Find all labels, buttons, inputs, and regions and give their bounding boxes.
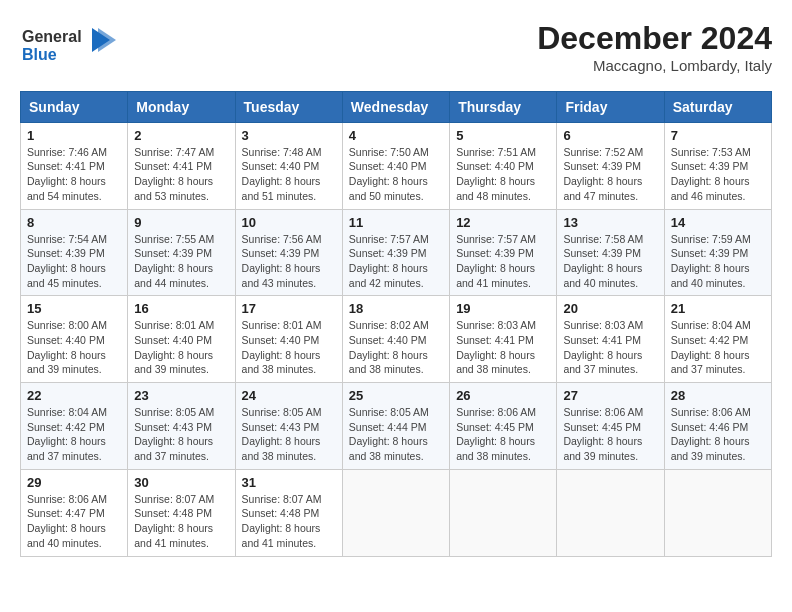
day-number: 20	[563, 301, 657, 316]
day-info: Sunrise: 7:59 AMSunset: 4:39 PMDaylight:…	[671, 232, 765, 291]
day-info: Sunrise: 8:00 AMSunset: 4:40 PMDaylight:…	[27, 318, 121, 377]
col-saturday: Saturday	[664, 91, 771, 122]
calendar-week-row: 8Sunrise: 7:54 AMSunset: 4:39 PMDaylight…	[21, 209, 772, 296]
table-row: 10Sunrise: 7:56 AMSunset: 4:39 PMDayligh…	[235, 209, 342, 296]
day-number: 11	[349, 215, 443, 230]
day-info: Sunrise: 8:01 AMSunset: 4:40 PMDaylight:…	[242, 318, 336, 377]
table-row: 4Sunrise: 7:50 AMSunset: 4:40 PMDaylight…	[342, 122, 449, 209]
day-number: 16	[134, 301, 228, 316]
day-info: Sunrise: 7:57 AMSunset: 4:39 PMDaylight:…	[456, 232, 550, 291]
day-info: Sunrise: 8:06 AMSunset: 4:47 PMDaylight:…	[27, 492, 121, 551]
table-row: 25Sunrise: 8:05 AMSunset: 4:44 PMDayligh…	[342, 383, 449, 470]
calendar-week-row: 15Sunrise: 8:00 AMSunset: 4:40 PMDayligh…	[21, 296, 772, 383]
table-row: 1Sunrise: 7:46 AMSunset: 4:41 PMDaylight…	[21, 122, 128, 209]
day-info: Sunrise: 7:51 AMSunset: 4:40 PMDaylight:…	[456, 145, 550, 204]
day-info: Sunrise: 7:55 AMSunset: 4:39 PMDaylight:…	[134, 232, 228, 291]
table-row: 17Sunrise: 8:01 AMSunset: 4:40 PMDayligh…	[235, 296, 342, 383]
table-row	[557, 469, 664, 556]
day-number: 23	[134, 388, 228, 403]
day-number: 28	[671, 388, 765, 403]
day-number: 21	[671, 301, 765, 316]
day-number: 15	[27, 301, 121, 316]
day-info: Sunrise: 7:50 AMSunset: 4:40 PMDaylight:…	[349, 145, 443, 204]
day-number: 17	[242, 301, 336, 316]
day-number: 4	[349, 128, 443, 143]
day-info: Sunrise: 8:07 AMSunset: 4:48 PMDaylight:…	[242, 492, 336, 551]
col-thursday: Thursday	[450, 91, 557, 122]
day-number: 1	[27, 128, 121, 143]
day-number: 5	[456, 128, 550, 143]
day-info: Sunrise: 8:01 AMSunset: 4:40 PMDaylight:…	[134, 318, 228, 377]
day-info: Sunrise: 7:54 AMSunset: 4:39 PMDaylight:…	[27, 232, 121, 291]
table-row: 31Sunrise: 8:07 AMSunset: 4:48 PMDayligh…	[235, 469, 342, 556]
table-row: 18Sunrise: 8:02 AMSunset: 4:40 PMDayligh…	[342, 296, 449, 383]
table-row: 29Sunrise: 8:06 AMSunset: 4:47 PMDayligh…	[21, 469, 128, 556]
table-row: 9Sunrise: 7:55 AMSunset: 4:39 PMDaylight…	[128, 209, 235, 296]
table-row: 12Sunrise: 7:57 AMSunset: 4:39 PMDayligh…	[450, 209, 557, 296]
day-number: 6	[563, 128, 657, 143]
day-info: Sunrise: 8:02 AMSunset: 4:40 PMDaylight:…	[349, 318, 443, 377]
table-row: 20Sunrise: 8:03 AMSunset: 4:41 PMDayligh…	[557, 296, 664, 383]
table-row	[664, 469, 771, 556]
day-number: 18	[349, 301, 443, 316]
table-row	[450, 469, 557, 556]
day-number: 24	[242, 388, 336, 403]
table-row	[342, 469, 449, 556]
table-row: 8Sunrise: 7:54 AMSunset: 4:39 PMDaylight…	[21, 209, 128, 296]
calendar-week-row: 29Sunrise: 8:06 AMSunset: 4:47 PMDayligh…	[21, 469, 772, 556]
day-number: 22	[27, 388, 121, 403]
svg-text:Blue: Blue	[22, 46, 57, 63]
table-row: 14Sunrise: 7:59 AMSunset: 4:39 PMDayligh…	[664, 209, 771, 296]
day-info: Sunrise: 8:06 AMSunset: 4:45 PMDaylight:…	[456, 405, 550, 464]
table-row: 28Sunrise: 8:06 AMSunset: 4:46 PMDayligh…	[664, 383, 771, 470]
location: Maccagno, Lombardy, Italy	[537, 57, 772, 74]
table-row: 24Sunrise: 8:05 AMSunset: 4:43 PMDayligh…	[235, 383, 342, 470]
table-row: 6Sunrise: 7:52 AMSunset: 4:39 PMDaylight…	[557, 122, 664, 209]
day-number: 7	[671, 128, 765, 143]
col-friday: Friday	[557, 91, 664, 122]
day-info: Sunrise: 7:52 AMSunset: 4:39 PMDaylight:…	[563, 145, 657, 204]
col-monday: Monday	[128, 91, 235, 122]
day-number: 8	[27, 215, 121, 230]
day-info: Sunrise: 8:06 AMSunset: 4:45 PMDaylight:…	[563, 405, 657, 464]
day-number: 2	[134, 128, 228, 143]
table-row: 19Sunrise: 8:03 AMSunset: 4:41 PMDayligh…	[450, 296, 557, 383]
day-info: Sunrise: 7:58 AMSunset: 4:39 PMDaylight:…	[563, 232, 657, 291]
day-info: Sunrise: 7:56 AMSunset: 4:39 PMDaylight:…	[242, 232, 336, 291]
day-info: Sunrise: 7:53 AMSunset: 4:39 PMDaylight:…	[671, 145, 765, 204]
col-sunday: Sunday	[21, 91, 128, 122]
day-info: Sunrise: 8:04 AMSunset: 4:42 PMDaylight:…	[27, 405, 121, 464]
month-title: December 2024	[537, 20, 772, 57]
table-row: 7Sunrise: 7:53 AMSunset: 4:39 PMDaylight…	[664, 122, 771, 209]
calendar-header-row: Sunday Monday Tuesday Wednesday Thursday…	[21, 91, 772, 122]
calendar-table: Sunday Monday Tuesday Wednesday Thursday…	[20, 91, 772, 557]
table-row: 2Sunrise: 7:47 AMSunset: 4:41 PMDaylight…	[128, 122, 235, 209]
col-tuesday: Tuesday	[235, 91, 342, 122]
day-info: Sunrise: 7:48 AMSunset: 4:40 PMDaylight:…	[242, 145, 336, 204]
col-wednesday: Wednesday	[342, 91, 449, 122]
day-number: 13	[563, 215, 657, 230]
day-number: 26	[456, 388, 550, 403]
table-row: 26Sunrise: 8:06 AMSunset: 4:45 PMDayligh…	[450, 383, 557, 470]
day-info: Sunrise: 8:07 AMSunset: 4:48 PMDaylight:…	[134, 492, 228, 551]
title-block: December 2024 Maccagno, Lombardy, Italy	[537, 20, 772, 74]
logo: General Blue	[20, 20, 120, 75]
day-info: Sunrise: 8:03 AMSunset: 4:41 PMDaylight:…	[456, 318, 550, 377]
day-number: 27	[563, 388, 657, 403]
day-number: 14	[671, 215, 765, 230]
svg-marker-3	[98, 28, 116, 52]
table-row: 21Sunrise: 8:04 AMSunset: 4:42 PMDayligh…	[664, 296, 771, 383]
page-header: General Blue December 2024 Maccagno, Lom…	[20, 20, 772, 75]
day-info: Sunrise: 7:57 AMSunset: 4:39 PMDaylight:…	[349, 232, 443, 291]
calendar-week-row: 1Sunrise: 7:46 AMSunset: 4:41 PMDaylight…	[21, 122, 772, 209]
day-number: 25	[349, 388, 443, 403]
day-info: Sunrise: 8:03 AMSunset: 4:41 PMDaylight:…	[563, 318, 657, 377]
day-info: Sunrise: 7:47 AMSunset: 4:41 PMDaylight:…	[134, 145, 228, 204]
table-row: 3Sunrise: 7:48 AMSunset: 4:40 PMDaylight…	[235, 122, 342, 209]
day-info: Sunrise: 8:05 AMSunset: 4:43 PMDaylight:…	[242, 405, 336, 464]
day-number: 10	[242, 215, 336, 230]
table-row: 13Sunrise: 7:58 AMSunset: 4:39 PMDayligh…	[557, 209, 664, 296]
table-row: 16Sunrise: 8:01 AMSunset: 4:40 PMDayligh…	[128, 296, 235, 383]
table-row: 23Sunrise: 8:05 AMSunset: 4:43 PMDayligh…	[128, 383, 235, 470]
svg-text:General: General	[22, 28, 82, 45]
